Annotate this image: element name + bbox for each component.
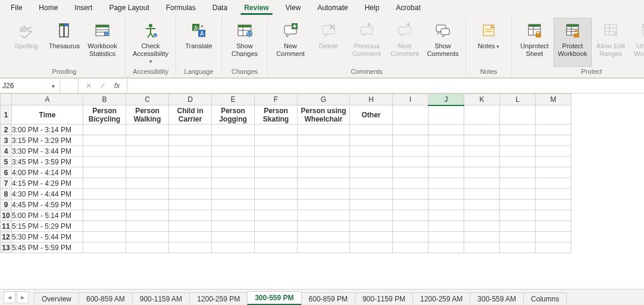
cell-H11[interactable] — [350, 221, 393, 232]
cell-I4[interactable] — [393, 146, 429, 157]
row-header-6[interactable]: 6 — [1, 167, 12, 178]
row-header-13[interactable]: 13 — [1, 242, 12, 253]
cell-E8[interactable] — [212, 189, 255, 200]
cell-D2[interactable] — [169, 125, 212, 135]
cell-F7[interactable] — [255, 178, 298, 189]
cell-G13[interactable] — [298, 242, 350, 253]
column-header-M[interactable]: M — [536, 94, 571, 105]
protect-workbook-button[interactable]: ProtectWorkbook — [554, 18, 592, 67]
cell-J3[interactable] — [429, 135, 464, 146]
row-header-9[interactable]: 9 — [1, 200, 12, 210]
notes-button[interactable]: Notes — [470, 18, 508, 67]
row-header-11[interactable]: 11 — [1, 221, 12, 232]
cell-B5[interactable] — [83, 157, 126, 167]
cell-K5[interactable] — [464, 157, 500, 167]
cell-K13[interactable] — [464, 242, 500, 253]
cell-K12[interactable] — [464, 232, 500, 242]
column-header-G[interactable]: G — [298, 94, 350, 105]
menu-tab-home[interactable]: Home — [30, 1, 66, 14]
cell-B6[interactable] — [83, 167, 126, 178]
sheet-tab-overview[interactable]: Overview — [34, 292, 79, 305]
cell-C11[interactable] — [126, 221, 169, 232]
cell-A10[interactable]: 5:00 PM - 5:14 PM — [12, 210, 83, 221]
cell-I13[interactable] — [393, 242, 429, 253]
cell-I12[interactable] — [393, 232, 429, 242]
header-cell[interactable]: Time — [12, 105, 83, 125]
check-accessibility-button[interactable]: CheckAccessibility — [129, 18, 172, 67]
row-header-7[interactable]: 7 — [1, 178, 12, 189]
column-header-K[interactable]: K — [464, 94, 500, 105]
show-comments-button[interactable]: ShowComments — [424, 18, 462, 67]
cell-C5[interactable] — [126, 157, 169, 167]
cell-H9[interactable] — [350, 200, 393, 210]
cell-K8[interactable] — [464, 189, 500, 200]
cell-K3[interactable] — [464, 135, 500, 146]
cell-J5[interactable] — [429, 157, 464, 167]
cell-J6[interactable] — [429, 167, 464, 178]
cell-I9[interactable] — [393, 200, 429, 210]
cell-D6[interactable] — [169, 167, 212, 178]
cell-A9[interactable]: 4:45 PM - 4:59 PM — [12, 200, 83, 210]
cell-G4[interactable] — [298, 146, 350, 157]
cell-J13[interactable] — [429, 242, 464, 253]
unprotect-sheet-button[interactable]: UnprotectSheet — [515, 18, 554, 67]
spreadsheet-grid[interactable]: ABCDEFGHIJKLM1TimePersonBicyclingPersonW… — [0, 94, 644, 289]
cell-I8[interactable] — [393, 189, 429, 200]
cell-M10[interactable] — [536, 210, 571, 221]
cell-E12[interactable] — [212, 232, 255, 242]
cell-G7[interactable] — [298, 178, 350, 189]
column-header-J[interactable]: J — [429, 94, 464, 105]
cell-H12[interactable] — [350, 232, 393, 242]
menu-tab-review[interactable]: Review — [236, 1, 277, 14]
sheet-tab-1200-259-am[interactable]: 1200-259 AM — [412, 292, 470, 305]
thesaurus-button[interactable]: Thesaurus — [45, 18, 83, 67]
cell-D7[interactable] — [169, 178, 212, 189]
cell-B11[interactable] — [83, 221, 126, 232]
cell-F10[interactable] — [255, 210, 298, 221]
menu-tab-help[interactable]: Help — [357, 1, 388, 14]
column-header-I[interactable]: I — [393, 94, 429, 105]
cell-H13[interactable] — [350, 242, 393, 253]
sheet-tab-900-1159-pm[interactable]: 900-1159 PM — [355, 292, 413, 305]
cell-B13[interactable] — [83, 242, 126, 253]
sheet-nav-next-icon[interactable]: ▸ — [17, 291, 29, 303]
cell-A4[interactable]: 3:30 PM - 3:44 PM — [12, 146, 83, 157]
cell-H4[interactable] — [350, 146, 393, 157]
menu-tab-acrobat[interactable]: Acrobat — [387, 1, 429, 14]
header-cell[interactable]: PersonSkating — [255, 105, 298, 125]
cell-C3[interactable] — [126, 135, 169, 146]
cell-L9[interactable] — [500, 200, 536, 210]
cell-F9[interactable] — [255, 200, 298, 210]
cell-L5[interactable] — [500, 157, 536, 167]
cell-J9[interactable] — [429, 200, 464, 210]
cell-L10[interactable] — [500, 210, 536, 221]
column-header-A[interactable]: A — [12, 94, 83, 105]
cell-M6[interactable] — [536, 167, 571, 178]
cell-A7[interactable]: 4:15 PM - 4:29 PM — [12, 178, 83, 189]
cell-H3[interactable] — [350, 135, 393, 146]
cell-E7[interactable] — [212, 178, 255, 189]
cell-I11[interactable] — [393, 221, 429, 232]
cell-E10[interactable] — [212, 210, 255, 221]
cell-M4[interactable] — [536, 146, 571, 157]
cell-H7[interactable] — [350, 178, 393, 189]
sheet-tab-600-859-am[interactable]: 600-859 AM — [79, 292, 133, 305]
cell-K6[interactable] — [464, 167, 500, 178]
menu-tab-insert[interactable]: Insert — [66, 1, 101, 14]
cell-B12[interactable] — [83, 232, 126, 242]
cell-L4[interactable] — [500, 146, 536, 157]
column-header-L[interactable]: L — [500, 94, 536, 105]
cell-C13[interactable] — [126, 242, 169, 253]
cell-L11[interactable] — [500, 221, 536, 232]
column-header-C[interactable]: C — [126, 94, 169, 105]
cell-A2[interactable]: 3:00 PM - 3:14 PM — [12, 125, 83, 135]
translate-button[interactable]: あATranslate — [180, 18, 218, 67]
menu-tab-view[interactable]: View — [277, 1, 310, 14]
cell-E11[interactable] — [212, 221, 255, 232]
show-changes-button[interactable]: ShowChanges — [226, 18, 264, 67]
cell-B4[interactable] — [83, 146, 126, 157]
cell-J4[interactable] — [429, 146, 464, 157]
header-cell[interactable] — [429, 105, 464, 125]
cell-A8[interactable]: 4:30 PM - 4:44 PM — [12, 189, 83, 200]
cell-M3[interactable] — [536, 135, 571, 146]
